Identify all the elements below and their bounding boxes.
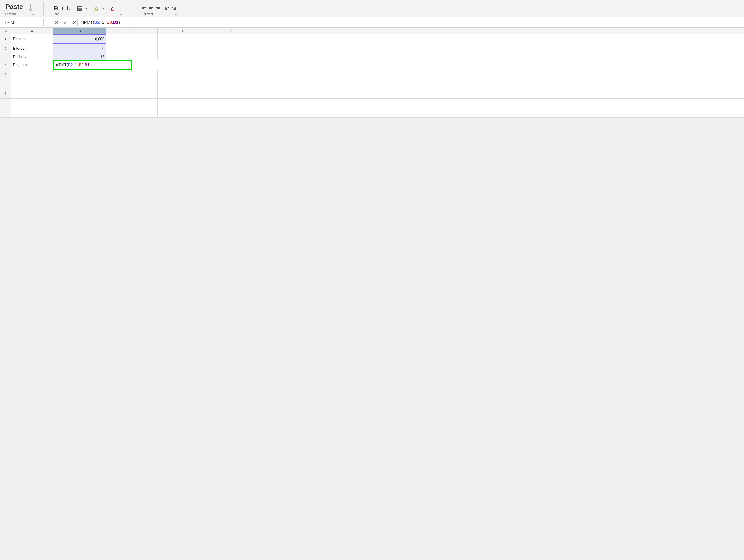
col-header-b[interactable]: B [53,28,107,34]
cell-b4[interactable]: =IPMT(B2, 1 ,B3, B1) [53,61,132,70]
format-painter-icon[interactable] [27,4,34,11]
cell-d7[interactable] [158,89,209,98]
cell-c4[interactable] [132,61,183,70]
border-dropdown[interactable]: ▼ [85,7,88,10]
formula-cancel-button[interactable]: ✕ [52,19,61,26]
formula-display: =IPMT(B2, 1 ,B3, B1) [79,20,742,25]
indent-increase-icon[interactable] [171,6,177,12]
svg-line-27 [172,7,176,9]
cell-e2[interactable] [209,44,255,53]
cell-a8[interactable] [11,98,53,108]
cell-a5[interactable] [11,70,53,79]
name-box[interactable] [2,19,44,26]
cell-e1[interactable] [209,34,255,44]
indent-decrease-icon[interactable] [164,6,170,12]
row-number-8: 8 [0,98,11,108]
fill-color-icon[interactable] [92,5,100,12]
cell-c7[interactable] [107,89,158,98]
row-6: 6 [0,79,744,89]
paste-dropdown[interactable]: ▼ [4,9,6,12]
cell-e3[interactable] [209,53,255,61]
font-group: B I U ▼ [53,5,122,16]
cell-b6[interactable] [53,79,107,89]
cell-a1[interactable]: Principal [11,34,53,44]
italic-button[interactable]: I [61,5,64,11]
ribbon: Paste ▼ Clipboard ⬙ B I U [0,0,744,17]
row-number-6: 6 [0,79,11,89]
row-number-7: 7 [0,89,11,98]
cell-d5[interactable] [158,70,209,79]
paste-button[interactable]: Paste [4,3,25,10]
alignment-launcher[interactable]: ⬙ [175,13,177,15]
clipboard-tools: Paste ▼ [4,3,34,12]
cell-c3[interactable] [107,53,158,61]
row-number-3: 3 [0,53,11,61]
cell-c6[interactable] [107,79,158,89]
row-9: 9 [0,108,744,118]
fill-dropdown[interactable]: ▼ [102,7,105,10]
cell-a6[interactable] [11,79,53,89]
formula-equals: =IPMT( [55,63,68,67]
formula-b3-ref: B3 [107,20,112,25]
col-header-c[interactable]: C [107,28,158,34]
formula-confirm-button[interactable]: ✓ [61,19,69,26]
cell-b9[interactable] [53,108,107,117]
row-number-2: 2 [0,44,11,53]
underline-button[interactable]: U [66,5,72,11]
formula-dots[interactable]: ⋮ [45,20,51,25]
cell-c2[interactable] [107,44,158,53]
cell-b1[interactable]: 10,000 [53,34,107,44]
cell-a2[interactable]: Interest [11,44,53,53]
svg-marker-10 [95,6,98,10]
cell-d9[interactable] [158,108,209,117]
formula-fx-icon[interactable]: fx [70,19,78,26]
clipboard-launcher[interactable]: ⬙ [32,13,34,15]
cell-d4[interactable] [183,61,234,70]
cell-d8[interactable] [158,98,209,108]
cell-c1[interactable] [107,34,158,44]
cell-d6[interactable] [158,79,209,89]
cell-e4[interactable] [234,61,281,70]
bold-button[interactable]: B [53,5,59,11]
cell-b5[interactable] [53,70,107,79]
cell-e7[interactable] [209,89,255,98]
cell-e8[interactable] [209,98,255,108]
cell-d3[interactable] [158,53,209,61]
cell-c9[interactable] [107,108,158,117]
formula-b2: B2 [68,63,73,67]
cell-d2[interactable] [158,44,209,53]
cell-a4[interactable]: Payment [11,61,53,70]
col-header-d[interactable]: D [158,28,209,34]
clipboard-group: Paste ▼ Clipboard ⬙ [4,3,34,16]
cell-e9[interactable] [209,108,255,117]
cell-c8[interactable] [107,98,158,108]
font-launcher[interactable]: ⬙ [120,13,122,15]
cell-a9[interactable] [11,108,53,117]
cell-b3[interactable]: 12 [53,53,107,61]
cell-c5[interactable] [107,70,158,79]
cell-d1[interactable] [158,34,209,44]
svg-text:A: A [111,6,114,10]
cell-a7[interactable] [11,89,53,98]
font-color-icon[interactable]: A [109,5,117,12]
cell-e6[interactable] [209,79,255,89]
row-number-4: 4 [0,61,11,70]
align-right-icon[interactable] [154,6,161,12]
col-header-e[interactable]: E [209,28,255,34]
cell-b8[interactable] [53,98,107,108]
font-controls: B I U ▼ [53,5,122,12]
border-icon[interactable] [76,5,84,12]
clipboard-label-row: Clipboard ⬙ [4,12,34,16]
col-header-a[interactable]: A [11,28,53,34]
cell-b7[interactable] [53,89,107,98]
cell-a3[interactable]: Periods [11,53,53,61]
row-1: 1 Principal 10,000 [0,34,744,44]
cell-e5[interactable] [209,70,255,79]
corner-triangle-icon [4,30,7,32]
font-color-dropdown[interactable]: ▼ [118,7,122,10]
align-center-icon[interactable] [147,6,154,12]
select-all-button[interactable] [0,28,11,34]
clipboard-label: Clipboard [4,12,15,16]
align-left-icon[interactable] [141,6,147,12]
cell-b2[interactable]: 0 [53,44,107,53]
